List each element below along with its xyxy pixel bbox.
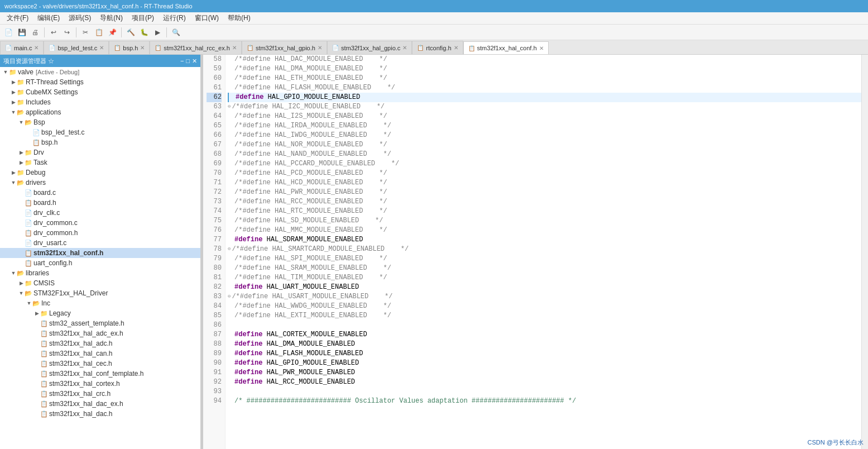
print-btn[interactable]: 🖨 <box>29 26 41 39</box>
fold-icon[interactable]: ⊖ <box>228 102 231 112</box>
code-line[interactable]: #define HAL_SDRAM_MODULE_ENABLED <box>228 235 861 245</box>
tree-arrow-icon[interactable]: ▼ <box>10 180 17 185</box>
editor-tab[interactable]: 📄stm32f1xx_hal_gpio.c ✕ <box>327 41 412 54</box>
editor-tab[interactable]: 📋stm32f1xx_hal_conf.h ✕ <box>463 41 549 55</box>
editor-tab[interactable]: 📄bsp_led_test.c ✕ <box>44 41 109 54</box>
code-line[interactable]: /*#define HAL_MMC_MODULE_ENABLED */ <box>228 226 861 235</box>
menu-item[interactable]: 帮助(H) <box>223 12 255 24</box>
code-line[interactable]: #define HAL_FLASH_MODULE_ENABLED <box>228 349 861 359</box>
code-line[interactable]: /*#define HAL_SPI_MODULE_ENABLED */ <box>228 254 861 264</box>
tree-item[interactable]: ▶📁RT-Thread Settings <box>0 77 200 87</box>
editor-tab[interactable]: 📋rtconfig.h ✕ <box>412 41 463 54</box>
tree-item[interactable]: ▼📂applications <box>0 107 200 117</box>
tree-arrow-icon[interactable]: ▼ <box>10 109 17 115</box>
editor-tab[interactable]: 📋bsp.h ✕ <box>109 41 150 54</box>
code-line[interactable]: /*#define HAL_WWDG_MODULE_ENABLED */ <box>228 302 861 311</box>
code-line[interactable]: ⊖/*#define HAL_SMARTCARD_MODULE_ENABLED … <box>228 245 861 254</box>
search-btn[interactable]: 🔍 <box>170 26 182 39</box>
code-line[interactable]: /*#define HAL_PWR_MODULE_ENABLED */ <box>228 188 861 197</box>
minimize-icon[interactable]: − <box>180 58 184 65</box>
code-line[interactable]: /*#define HAL_PCCARD_MODULE_ENABLED */ <box>228 159 861 169</box>
code-line[interactable]: ⊖/*#define HAL_USART_MODULE_ENABLED */ <box>228 292 861 302</box>
code-line[interactable] <box>228 387 861 397</box>
code-line[interactable]: /*#define HAL_SD_MODULE_ENABLED */ <box>228 216 861 226</box>
menu-item[interactable]: 文件(F) <box>2 12 33 24</box>
editor-tab[interactable]: 📋stm32f1xx_hal_rcc_ex.h ✕ <box>150 41 242 54</box>
editor-tab[interactable]: 📋stm32f1xx_hal_gpio.h ✕ <box>242 41 327 54</box>
code-line[interactable]: /* ########################## Oscillator… <box>228 397 861 406</box>
tree-item[interactable]: 📋stm32f1xx_hal_crc.h <box>0 389 200 399</box>
undo-btn[interactable]: ↩ <box>47 26 60 39</box>
fold-icon[interactable]: ⊖ <box>228 292 231 302</box>
code-line[interactable]: /*#define HAL_PCD_MODULE_ENABLED */ <box>228 169 861 178</box>
tree-item[interactable]: 📄drv_usart.c <box>0 238 200 248</box>
maximize-icon[interactable]: □ <box>186 58 190 65</box>
tree-arrow-icon[interactable]: ▼ <box>10 270 17 276</box>
tab-close-btn[interactable]: ✕ <box>539 45 544 51</box>
code-line[interactable]: /*#define HAL_FLASH_MODULE_ENABLED */ <box>228 83 861 93</box>
code-line[interactable]: /*#define HAL_RTC_MODULE_ENABLED */ <box>228 207 861 216</box>
tree-item[interactable]: ▼📂drivers <box>0 178 200 188</box>
menu-item[interactable]: 导航(N) <box>95 12 127 24</box>
tree-item[interactable]: ▶📁Legacy <box>0 308 200 318</box>
tree-item[interactable]: ▼📂Inc <box>0 298 200 308</box>
tree-item[interactable]: 📄drv_clk.c <box>0 208 200 218</box>
tree-item[interactable]: ▼📂libraries <box>0 268 200 278</box>
tree-item[interactable]: 📋stm32f1xx_hal_conf_template.h <box>0 369 200 379</box>
tab-close-btn[interactable]: ✕ <box>318 45 322 51</box>
menu-item[interactable]: 项目(P) <box>127 12 159 24</box>
tree-arrow-icon[interactable]: ▶ <box>18 150 25 155</box>
tree-arrow-icon[interactable]: ▶ <box>10 89 17 95</box>
tree-item[interactable]: ▶📁Drv <box>0 147 200 157</box>
tab-close-btn[interactable]: ✕ <box>454 45 458 51</box>
tree-arrow-icon[interactable]: ▶ <box>33 311 40 316</box>
tree-item[interactable]: 📋stm32f1xx_hal_cortex.h <box>0 379 200 389</box>
tree-item[interactable]: 📋stm32f1xx_hal_dac_ex.h <box>0 399 200 409</box>
build-btn[interactable]: 🔨 <box>124 26 137 39</box>
code-line[interactable]: /*#define HAL_NAND_MODULE_ENABLED */ <box>228 150 861 159</box>
tree-item[interactable]: 📋stm32f1xx_hal_adc_ex.h <box>0 328 200 338</box>
tree-item[interactable]: 📄board.c <box>0 188 200 198</box>
tree-item[interactable]: 📄bsp_led_test.c <box>0 127 200 137</box>
code-line[interactable]: #define HAL_GPIO_MODULE_ENABLED <box>228 359 861 368</box>
new-btn[interactable]: 📄 <box>2 26 15 39</box>
tree-arrow-icon[interactable]: ▼ <box>2 69 9 75</box>
tree-arrow-icon[interactable]: ▶ <box>18 160 25 165</box>
menu-item[interactable]: 运行(R) <box>159 12 190 24</box>
tree-arrow-icon[interactable]: ▶ <box>18 280 25 286</box>
code-line[interactable]: #define HAL_PWR_MODULE_ENABLED <box>228 368 861 378</box>
tree-item[interactable]: ▼📂STM32F1xx_HAL_Driver <box>0 288 200 298</box>
tree-arrow-icon[interactable]: ▼ <box>26 300 32 306</box>
menu-item[interactable]: 源码(S) <box>64 12 95 24</box>
tree-item[interactable]: ▶📁Includes <box>0 97 200 107</box>
editor-tab[interactable]: 📄main.c ✕ <box>0 41 44 54</box>
cut-btn[interactable]: ✂ <box>79 26 92 39</box>
tree-item[interactable]: 📋stm32f1xx_hal_can.h <box>0 348 200 359</box>
code-line[interactable]: /*#define HAL_RCC_MODULE_ENABLED */ <box>228 197 861 207</box>
tree-arrow-icon[interactable]: ▶ <box>10 79 17 85</box>
code-line[interactable]: /*#define HAL_NOR_MODULE_ENABLED */ <box>228 140 861 150</box>
code-line[interactable]: /*#define HAL_I2S_MODULE_ENABLED */ <box>228 112 861 121</box>
tree-item[interactable]: 📋uart_config.h <box>0 258 200 268</box>
tab-close-btn[interactable]: ✕ <box>232 45 237 51</box>
paste-btn[interactable]: 📌 <box>106 26 118 39</box>
tree-item[interactable]: 📋stm32f1xx_hal_cec.h <box>0 359 200 369</box>
tree-item[interactable]: 📋stm32_assert_template.h <box>0 318 200 328</box>
code-line[interactable]: #define HAL_CORTEX_MODULE_ENABLED <box>228 330 861 340</box>
code-line[interactable]: #define HAL_RCC_MODULE_ENABLED <box>228 378 861 387</box>
fold-icon[interactable]: ⊖ <box>228 245 231 254</box>
code-line[interactable]: #define HAL_DMA_MODULE_ENABLED <box>228 340 861 349</box>
code-line[interactable]: /*#define HAL_ETH_MODULE_ENABLED */ <box>228 74 861 83</box>
tree-item[interactable]: 📋bsp.h <box>0 137 200 147</box>
code-line[interactable]: /*#define HAL_DAC_MODULE_ENABLED */ <box>228 55 861 64</box>
tree-item[interactable]: 📄drv_common.c <box>0 218 200 228</box>
code-line[interactable] <box>228 321 861 330</box>
redo-btn[interactable]: ↪ <box>61 26 73 39</box>
tree-item[interactable]: 📋stm32f1xx_hal_dac.h <box>0 409 200 419</box>
code-content[interactable]: /*#define HAL_DAC_MODULE_ENABLED *//*#de… <box>226 55 861 449</box>
code-line[interactable]: #define HAL_GPIO_MODULE_ENABLED <box>228 93 861 102</box>
code-line[interactable]: /*#define HAL_EXTI_MODULE_ENABLED */ <box>228 311 861 321</box>
editor-scrollbar[interactable] <box>861 55 868 449</box>
code-line[interactable]: /*#define HAL_SRAM_MODULE_ENABLED */ <box>228 264 861 273</box>
tree-arrow-icon[interactable]: ▼ <box>18 290 25 296</box>
